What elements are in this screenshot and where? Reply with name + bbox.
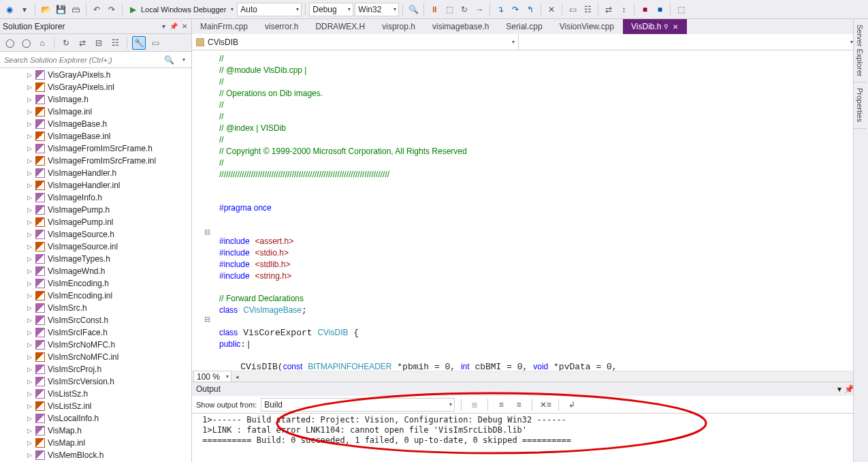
panel-pin-icon[interactable]: 📌: [168, 22, 179, 31]
solution-config-dropdown[interactable]: Auto: [237, 3, 302, 16]
tree-item[interactable]: ▷VisImageWnd.h: [0, 265, 191, 277]
expand-icon[interactable]: ▷: [27, 182, 33, 189]
tree-item[interactable]: ▷VisImSrcConst.h: [0, 314, 191, 326]
expand-icon[interactable]: ▷: [27, 194, 33, 201]
expand-icon[interactable]: ▷: [27, 280, 33, 287]
break-all-icon[interactable]: ⏸: [428, 3, 441, 16]
tool-icon-3[interactable]: ☷: [581, 3, 594, 16]
expand-icon[interactable]: ▷: [27, 256, 33, 262]
tree-item[interactable]: ▷VisListSz.inl: [0, 400, 191, 412]
expand-icon[interactable]: ▷: [27, 133, 33, 140]
expand-icon[interactable]: ▷: [27, 170, 33, 176]
tree-item[interactable]: ▷VisImageHandler.inl: [0, 179, 191, 191]
pin-icon[interactable]: ⚲: [664, 23, 669, 30]
expand-icon[interactable]: ▷: [27, 366, 33, 373]
se-back-icon[interactable]: ◯: [3, 36, 16, 50]
output-source-dropdown[interactable]: Build: [261, 398, 455, 412]
tree-item[interactable]: ▷VisGrayAPixels.h: [0, 69, 191, 81]
document-tab[interactable]: visprop.h: [374, 19, 424, 34]
search-icon[interactable]: 🔍: [161, 55, 176, 65]
tree-item[interactable]: ▷VisImSrc.h: [0, 302, 191, 314]
redo-icon[interactable]: ↷: [105, 3, 118, 16]
expand-icon[interactable]: ▷: [27, 440, 33, 446]
output-dropdown-icon[interactable]: ▾: [837, 384, 841, 394]
expand-icon[interactable]: ▷: [27, 243, 33, 250]
tree-item[interactable]: ▷VisLocalInfo.h: [0, 412, 191, 425]
stop-icon[interactable]: ⬚: [443, 3, 456, 16]
save-icon[interactable]: 💾: [54, 3, 67, 16]
tree-item[interactable]: ▷VisImageTypes.h: [0, 253, 191, 265]
start-debug-icon[interactable]: ▶: [126, 3, 140, 16]
close-icon[interactable]: ✕: [673, 23, 678, 31]
nav-back-icon[interactable]: ◉: [3, 3, 16, 16]
output-wrap-icon[interactable]: ↲: [565, 398, 579, 412]
tree-item[interactable]: ▷VisListSz.h: [0, 388, 191, 400]
tree-item[interactable]: ▷VisImageFromImSrcFrame.inl: [0, 155, 191, 167]
undo-icon[interactable]: ↶: [90, 3, 103, 16]
expand-icon[interactable]: ▷: [27, 305, 33, 311]
expand-icon[interactable]: ▷: [27, 72, 33, 78]
tree-item[interactable]: ▷VisImSrcVersion.h: [0, 375, 191, 388]
se-show-all-icon[interactable]: ☷: [108, 36, 122, 50]
tree-item[interactable]: ▷VisImSrcNoMFC.inl: [0, 351, 191, 363]
tree-item[interactable]: ▷VisMemBlock.h: [0, 449, 191, 461]
debugger-dropdown-icon[interactable]: ▾: [229, 3, 236, 16]
expand-icon[interactable]: ▷: [27, 145, 33, 152]
se-fwd-icon[interactable]: ◯: [19, 36, 33, 50]
expand-icon[interactable]: ▷: [27, 108, 33, 115]
tree-item[interactable]: ▷VisImagePump.inl: [0, 216, 191, 228]
tree-item[interactable]: ▷VisImageFromImSrcFrame.h: [0, 142, 191, 155]
solution-tree[interactable]: ▷VisGrayAPixels.h▷VisGrayAPixels.inl▷Vis…: [0, 68, 191, 462]
expand-icon[interactable]: ▷: [27, 96, 33, 103]
autohide-tab[interactable]: Properties: [854, 82, 866, 128]
tree-item[interactable]: ▷VisImEncoding.inl: [0, 290, 191, 302]
expand-icon[interactable]: ▷: [27, 378, 33, 385]
output-body[interactable]: 1>------ Build started: Project: Vision,…: [192, 414, 868, 462]
tree-item[interactable]: ▷VisImSrcProj.h: [0, 363, 191, 375]
step-out-icon[interactable]: ↰: [524, 3, 537, 16]
expand-icon[interactable]: ▷: [27, 341, 33, 348]
tree-item[interactable]: ▷VisMap.inl: [0, 437, 191, 449]
expand-icon[interactable]: ▷: [27, 415, 33, 422]
document-tab[interactable]: MainFrm.cpp: [192, 19, 257, 34]
tree-item[interactable]: ▷VisImageInfo.h: [0, 191, 191, 204]
class-nav-dropdown[interactable]: CVisDIB: [192, 34, 519, 50]
tree-item[interactable]: ▷VisImage.inl: [0, 106, 191, 118]
expand-icon[interactable]: ▷: [27, 121, 33, 127]
tree-item[interactable]: ▷VisImage.h: [0, 93, 191, 106]
config-dropdown[interactable]: Debug: [309, 3, 353, 16]
member-nav-dropdown[interactable]: [519, 34, 857, 50]
tool-icon-5[interactable]: ↕: [617, 3, 630, 16]
tree-item[interactable]: ▷VisImSrcIFace.h: [0, 326, 191, 339]
se-home-icon[interactable]: ⌂: [35, 36, 49, 50]
panel-close-icon[interactable]: ✕: [180, 22, 189, 31]
document-tab[interactable]: DDRAWEX.H: [307, 19, 374, 34]
output-next-icon[interactable]: ≡: [512, 398, 526, 412]
step-icon[interactable]: →: [472, 3, 486, 16]
tree-item[interactable]: ▷VisImagePump.h: [0, 204, 191, 216]
restart-icon[interactable]: ↻: [457, 3, 471, 16]
tree-item[interactable]: ▷VisImSrcNoMFC.h: [0, 339, 191, 351]
platform-dropdown[interactable]: Win32: [355, 3, 399, 16]
document-tab[interactable]: VisDib.h⚲✕: [623, 19, 687, 34]
expand-icon[interactable]: ▷: [27, 329, 33, 336]
tool-icon-4[interactable]: ⇄: [602, 3, 615, 16]
zoom-dropdown[interactable]: 100 %: [193, 371, 231, 383]
tree-item[interactable]: ▷VisGrayAPixels.inl: [0, 81, 191, 93]
tool-icon-7[interactable]: ■: [653, 3, 666, 16]
expand-icon[interactable]: ▷: [27, 231, 33, 238]
expand-icon[interactable]: ▷: [27, 390, 33, 397]
tree-item[interactable]: ▷VisImageSource.h: [0, 228, 191, 241]
expand-icon[interactable]: ▷: [27, 427, 33, 434]
se-properties-icon[interactable]: 🔧: [132, 36, 146, 50]
expand-icon[interactable]: ▷: [27, 219, 33, 226]
document-tab[interactable]: viserror.h: [257, 19, 307, 34]
step-over-icon[interactable]: ↷: [509, 3, 522, 16]
expand-icon[interactable]: ▷: [27, 403, 33, 410]
search-dropdown-icon[interactable]: ▾: [176, 57, 191, 63]
tree-item[interactable]: ▷VisImageSource.inl: [0, 241, 191, 253]
output-goto-icon[interactable]: ≣: [468, 398, 481, 412]
fold-icon[interactable]: ⊟: [204, 315, 210, 324]
scroll-left-icon[interactable]: ◂: [231, 373, 242, 380]
output-prev-icon[interactable]: ≡: [494, 398, 508, 412]
